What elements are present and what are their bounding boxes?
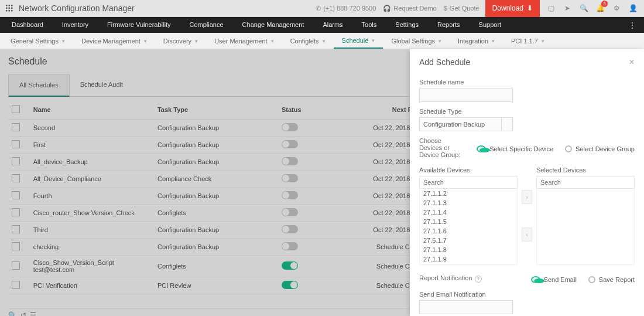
radio-dot-icon	[531, 276, 540, 283]
nav-change-management[interactable]: Change Management	[233, 17, 314, 33]
email-to-label: Send Email Notification	[419, 291, 635, 298]
headset-icon: 🎧	[383, 5, 391, 12]
subnav-global-settings[interactable]: Global Settings▾	[383, 33, 450, 49]
schedule-type-label: Schedule Type	[419, 108, 635, 115]
add-schedule-drawer: Add Schedule ✕ Schedule name Schedule Ty…	[410, 49, 644, 316]
app-title: Network Configuration Manager	[19, 4, 135, 13]
device-item[interactable]: 27.1.1.4	[420, 208, 517, 217]
phone-icon: ✆	[316, 5, 321, 12]
sub-nav: General Settings▾Device Management▾Disco…	[0, 33, 644, 49]
subnav-configlets[interactable]: Configlets▾	[282, 33, 334, 49]
radio-select-specific[interactable]: Select Specific Device	[477, 145, 553, 152]
radio-dot-icon	[588, 276, 595, 283]
chevron-down-icon: ▾	[492, 38, 495, 44]
nav-settings[interactable]: Settings	[386, 17, 428, 33]
radio-select-group[interactable]: Select Device Group	[565, 145, 635, 152]
svg-rect-7	[9, 10, 11, 12]
available-devices-list[interactable]: 27.1.1.227.1.1.327.1.1.427.1.1.527.1.1.6…	[419, 189, 518, 265]
radio-dot-icon	[477, 145, 486, 152]
subnav-integration[interactable]: Integration▾	[450, 33, 503, 49]
topbar: Network Configuration Manager ✆(+1) 888 …	[0, 0, 644, 17]
svg-rect-0	[6, 5, 8, 6]
chevron-down-icon: ▾	[144, 38, 147, 44]
email-to-input[interactable]	[419, 300, 513, 314]
help-icon[interactable]: ?	[475, 276, 482, 283]
schedule-name-label: Schedule name	[419, 79, 635, 86]
svg-rect-3	[6, 8, 8, 9]
chevron-down-icon: ▾	[323, 38, 326, 44]
subnav-device-management[interactable]: Device Management▾	[73, 33, 155, 49]
subnav-schedule[interactable]: Schedule▾	[334, 33, 383, 49]
chevron-down-icon: ▾	[62, 38, 65, 44]
radio-send-email[interactable]: Send Email	[531, 276, 577, 283]
rocket-icon[interactable]: ➤	[562, 3, 573, 13]
nav-tools[interactable]: Tools	[352, 17, 386, 33]
main-nav: DashboardInventoryFirmware Vulnerability…	[0, 17, 644, 33]
nav-reports[interactable]: Reports	[428, 17, 470, 33]
get-quote[interactable]: $Get Quote	[444, 5, 479, 12]
phone[interactable]: ✆(+1) 888 720 9500	[316, 5, 376, 12]
report-notification-label: Report Notification?	[419, 274, 519, 283]
nav-inventory[interactable]: Inventory	[53, 17, 98, 33]
selected-devices-list[interactable]	[536, 189, 635, 265]
drawer-title: Add Schedule	[419, 57, 470, 67]
close-icon[interactable]: ✕	[629, 58, 635, 66]
subnav-pci-1-1-7[interactable]: PCI 1.1.7▾	[503, 33, 553, 49]
available-search-input[interactable]	[419, 176, 518, 189]
available-devices-label: Available Devices	[419, 167, 518, 174]
radio-dot-icon	[565, 145, 572, 152]
gear-icon[interactable]: ⚙	[611, 3, 622, 13]
nav-firmware-vulnerability[interactable]: Firmware Vulnerability	[98, 17, 180, 33]
chevron-down-icon: ▾	[271, 38, 274, 44]
chevron-down-icon: ▾	[542, 38, 544, 44]
svg-rect-6	[6, 10, 8, 12]
svg-rect-4	[9, 8, 11, 9]
download-button[interactable]: Download ⬇	[485, 0, 540, 17]
user-avatar[interactable]: 👤	[628, 3, 638, 13]
apps-icon[interactable]	[6, 5, 13, 12]
device-item[interactable]: 27.1.1.5	[420, 217, 517, 226]
search-icon[interactable]: 🔍	[578, 3, 589, 13]
device-item[interactable]: 27.1.1.6	[420, 226, 517, 236]
bell-icon[interactable]: 🔔3	[595, 3, 605, 13]
nav-dashboard[interactable]: Dashboard	[2, 17, 53, 33]
device-item[interactable]: 27.1.1.2	[420, 189, 517, 198]
download-icon: ⬇	[527, 4, 533, 12]
device-item[interactable]: 27.5.1.7	[420, 236, 517, 245]
chevron-down-icon: ▾	[439, 38, 441, 44]
notification-badge: 3	[601, 1, 608, 7]
top-utility: ✆(+1) 888 720 9500 🎧Request Demo $Get Qu…	[316, 5, 479, 12]
radio-save-report[interactable]: Save Report	[588, 276, 635, 283]
chevron-down-icon: ▾	[195, 38, 198, 44]
subnav-discovery[interactable]: Discovery▾	[155, 33, 206, 49]
monitor-icon[interactable]: ▢	[546, 3, 556, 13]
nav-support[interactable]: Support	[470, 17, 511, 33]
device-item[interactable]: 27.1.1.8	[420, 245, 517, 254]
subnav-general-settings[interactable]: General Settings▾	[2, 33, 73, 49]
svg-rect-5	[11, 8, 13, 9]
device-item[interactable]: 27.1.1.9	[420, 254, 517, 264]
move-left-button[interactable]: ‹	[522, 227, 532, 242]
schedule-name-input[interactable]	[419, 88, 513, 102]
device-item[interactable]: 27.1.1.3	[420, 198, 517, 208]
selected-search-input[interactable]	[536, 176, 635, 189]
device-scope-label: Choose Devices or Device Group:	[419, 137, 465, 158]
svg-rect-8	[11, 10, 13, 12]
nav-compliance[interactable]: Compliance	[180, 17, 232, 33]
dollar-icon: $	[444, 5, 447, 12]
svg-rect-1	[9, 5, 11, 6]
subnav-user-management[interactable]: User Management▾	[206, 33, 282, 49]
selected-devices-label: Selected Devices	[536, 167, 635, 174]
svg-rect-2	[11, 5, 13, 6]
move-right-button[interactable]: ›	[522, 190, 532, 204]
request-demo[interactable]: 🎧Request Demo	[383, 5, 436, 12]
nav-alarms[interactable]: Alarms	[313, 17, 352, 33]
chevron-down-icon: ▾	[372, 38, 375, 43]
schedule-type-select[interactable]: Configuration Backup	[419, 117, 513, 131]
more-icon[interactable]: ⋮	[623, 21, 642, 29]
